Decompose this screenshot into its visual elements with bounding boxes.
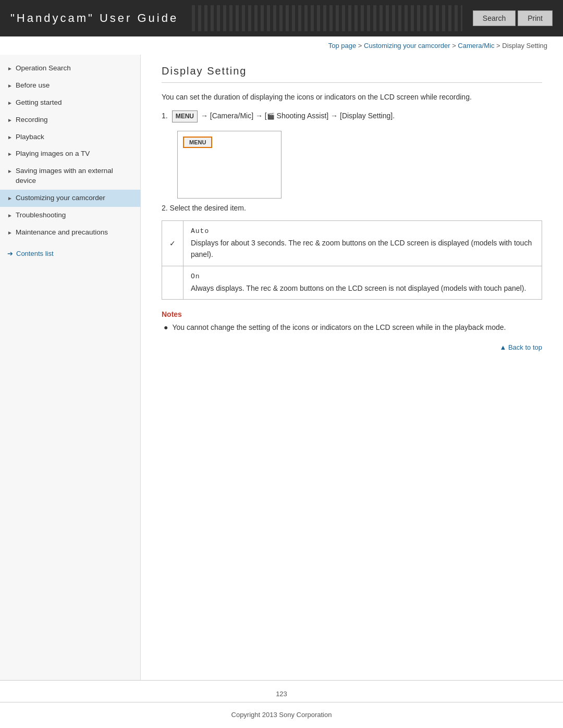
header: "Handycam" User Guide Search Print: [0, 0, 563, 36]
arrow-icon: ►: [7, 212, 13, 219]
option-desc-auto: Displays for about 3 seconds. The rec & …: [191, 237, 534, 261]
site-title: "Handycam" User Guide: [10, 11, 178, 25]
sidebar: ► Operation Search ► Before use ► Gettin…: [0, 55, 141, 680]
step-2: 2. Select the desired item.: [162, 204, 542, 212]
notes-text-1: You cannot change the setting of the ico…: [172, 322, 506, 333]
option-check-auto: ✓: [162, 221, 183, 266]
sidebar-item-before-use[interactable]: ► Before use: [0, 77, 140, 94]
arrow-icon: ►: [7, 134, 13, 141]
sidebar-item-troubleshooting[interactable]: ► Troubleshooting: [0, 207, 140, 224]
arrow-icon: ►: [7, 168, 13, 175]
menu-btn-in-screenshot: MENU: [183, 137, 212, 148]
step-1-text: MENU → [Camera/Mic] → [🎬 Shooting Assist…: [172, 110, 395, 122]
option-auto: Auto Displays for about 3 seconds. The r…: [183, 221, 542, 266]
step-1: 1. MENU → [Camera/Mic] → [🎬 Shooting Ass…: [162, 110, 542, 122]
option-name-on: On: [191, 272, 534, 282]
option-desc-on: Always displays. The rec & zoom buttons …: [191, 282, 534, 294]
sidebar-item-label: Playback: [16, 132, 135, 142]
arrow-icon: ►: [7, 117, 13, 124]
arrow-icon: ►: [7, 100, 13, 107]
sidebar-item-operation-search[interactable]: ► Operation Search: [0, 60, 140, 77]
sidebar-item-label: Before use: [16, 81, 135, 91]
breadcrumb-top[interactable]: Top page: [328, 42, 357, 50]
contents-list-label[interactable]: Contents list: [16, 250, 54, 257]
sidebar-item-maintenance[interactable]: ► Maintenance and precautions: [0, 224, 140, 241]
page-title: Display Setting: [162, 65, 542, 83]
bullet-icon: ●: [164, 322, 168, 333]
notes-section: Notes ● You cannot change the setting of…: [162, 310, 542, 333]
menu-screenshot: MENU: [177, 131, 282, 199]
search-button[interactable]: Search: [473, 10, 516, 26]
step-2-number: 2.: [162, 204, 168, 212]
contents-list-link[interactable]: ➔ Contents list: [0, 244, 140, 263]
page-number: 123: [0, 686, 563, 702]
option-check-on: [162, 266, 183, 299]
step-2-text: Select the desired item.: [170, 204, 246, 212]
notes-title: Notes: [162, 310, 542, 318]
option-name-auto: Auto: [191, 226, 534, 237]
sidebar-item-playing-images-tv[interactable]: ► Playing images on a TV: [0, 145, 140, 163]
print-button[interactable]: Print: [518, 10, 553, 26]
sidebar-item-label: Recording: [16, 115, 135, 125]
arrow-icon: ►: [7, 151, 13, 158]
arrow-icon: ►: [7, 65, 13, 72]
footer: Copyright 2013 Sony Corporation: [0, 702, 563, 727]
arrow-icon: ►: [7, 82, 13, 90]
copyright-text: Copyright 2013 Sony Corporation: [231, 711, 332, 719]
sidebar-item-label: Operation Search: [16, 64, 135, 73]
back-to-top-link[interactable]: ▲ Back to top: [499, 343, 542, 351]
intro-text: You can set the duration of displaying t…: [162, 91, 542, 103]
menu-button-label: MENU: [172, 110, 198, 122]
header-decoration: [189, 5, 462, 31]
back-to-top[interactable]: ▲ Back to top: [162, 343, 542, 351]
arrow-icon: ►: [7, 229, 13, 237]
table-row: ✓ Auto Displays for about 3 seconds. The…: [162, 221, 542, 266]
sidebar-item-saving-images[interactable]: ► Saving images with an external device: [0, 163, 140, 190]
breadcrumb: Top page > Customizing your camcorder > …: [0, 36, 563, 55]
option-on: On Always displays. The rec & zoom butto…: [183, 266, 542, 299]
sidebar-item-label: Customizing your camcorder: [16, 193, 135, 203]
notes-item-1: ● You cannot change the setting of the i…: [162, 322, 542, 333]
content-area: Display Setting You can set the duration…: [141, 55, 563, 680]
breadcrumb-current: Display Setting: [502, 42, 547, 50]
sidebar-item-customizing[interactable]: ► Customizing your camcorder: [0, 190, 140, 207]
footer-divider: 123 Copyright 2013 Sony Corporation: [0, 680, 563, 728]
arrow-icon: ►: [7, 195, 13, 202]
sidebar-item-label: Saving images with an external device: [16, 166, 135, 186]
sidebar-item-label: Troubleshooting: [16, 211, 135, 220]
sidebar-item-getting-started[interactable]: ► Getting started: [0, 94, 140, 112]
breadcrumb-camera-mic[interactable]: Camera/Mic: [458, 42, 494, 50]
breadcrumb-customizing[interactable]: Customizing your camcorder: [364, 42, 450, 50]
sidebar-item-playback[interactable]: ► Playback: [0, 129, 140, 146]
table-row: On Always displays. The rec & zoom butto…: [162, 266, 542, 299]
main-layout: ► Operation Search ► Before use ► Gettin…: [0, 55, 563, 680]
sidebar-item-label: Getting started: [16, 98, 135, 108]
sidebar-item-recording[interactable]: ► Recording: [0, 112, 140, 129]
sidebar-item-label: Playing images on a TV: [16, 149, 135, 159]
step-1-number: 1.: [162, 110, 168, 121]
arrow-right-icon: ➔: [7, 250, 13, 257]
sidebar-item-label: Maintenance and precautions: [16, 228, 135, 238]
header-buttons: Search Print: [473, 10, 553, 26]
options-table: ✓ Auto Displays for about 3 seconds. The…: [162, 220, 542, 300]
